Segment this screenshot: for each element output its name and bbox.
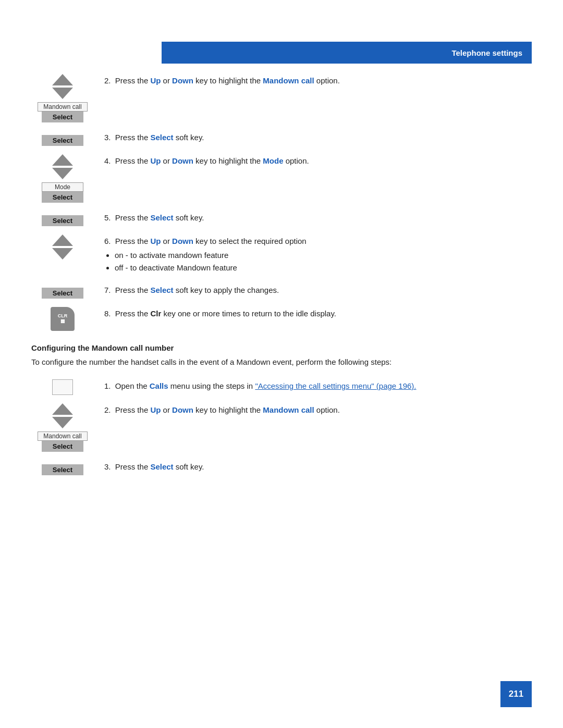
- down-key-s2-2: Down: [172, 405, 193, 414]
- softkey-select-7: Select: [42, 285, 83, 299]
- step-3-text: 3. Press the Select soft key.: [94, 130, 532, 144]
- s2-step-2-number: 2.: [104, 405, 115, 414]
- step-6-text: 6. Press the Up or Down key to select th…: [94, 233, 532, 275]
- arrow-up-icon: [52, 74, 73, 85]
- softkey-mode: Mode Select: [42, 182, 83, 203]
- softkey-select-button-4[interactable]: Select: [42, 192, 83, 203]
- down-key-label: Down: [172, 76, 193, 85]
- arrow-up-icon-6: [52, 235, 73, 246]
- header-bar: Telephone settings: [162, 42, 532, 64]
- s2-step-1-text: 1. Open the Calls menu using the steps i…: [94, 378, 532, 392]
- step-4-text: 4. Press the Up or Down key to highlight…: [94, 153, 532, 167]
- section-2-intro: To configure the number the handset call…: [31, 356, 532, 368]
- s2-step-1-row: 1. Open the Calls menu using the steps i…: [31, 378, 532, 395]
- softkey-mandown-call-label-s2: Mandown call: [38, 431, 87, 441]
- softkey-select-button-5[interactable]: Select: [42, 215, 83, 226]
- softkey-mode-label: Mode: [42, 182, 83, 192]
- clr-key-icon: CLR▦: [51, 307, 75, 331]
- mandown-call-option: Mandown call: [263, 76, 314, 85]
- step-6-icon-col: [31, 235, 94, 262]
- page-number-box: 211: [500, 681, 532, 707]
- step-4-row: Mode Select 4. Press the Up or Down key …: [31, 153, 532, 203]
- s2-step-1-number: 1.: [104, 381, 115, 390]
- mandown-call-s2-2: Mandown call: [263, 405, 314, 414]
- step-7-text: 7. Press the Select soft key to apply th…: [94, 282, 532, 297]
- arrow-down-icon-6: [52, 248, 73, 260]
- select-key-7: Select: [150, 286, 173, 294]
- step-5-icon-col: Select: [31, 211, 94, 226]
- step-2-row: Mandown call Select 2. Press the Up or D…: [31, 73, 532, 122]
- step-8-number: 8.: [104, 309, 115, 318]
- nav-arrows-icon: [52, 74, 73, 99]
- softkey-select-5: Select: [42, 212, 83, 226]
- section-2-heading: Configuring the Mandown call number: [31, 343, 532, 352]
- step-6-row: 6. Press the Up or Down key to select th…: [31, 233, 532, 275]
- arrow-down-icon-4: [52, 168, 73, 179]
- softkey-mandown-call-label: Mandown call: [38, 102, 87, 112]
- step-8-icon-col: CLR▦: [31, 307, 94, 331]
- step-7-number: 7.: [104, 286, 115, 294]
- step-3-number: 3.: [104, 133, 115, 142]
- softkey-mandown-call: Mandown call Select: [38, 102, 87, 122]
- mode-option: Mode: [263, 156, 283, 165]
- softkey-select-s2-3: Select: [42, 461, 83, 475]
- s2-step-2-icon-col: Mandown call Select: [31, 403, 94, 452]
- step-2-number: 2.: [104, 76, 115, 85]
- clr-label: Clr: [150, 309, 161, 318]
- nav-arrows-icon-6: [52, 235, 73, 260]
- up-key-label-6: Up: [150, 237, 161, 245]
- bullet-off: off - to deactivate Mandown feature: [115, 262, 532, 274]
- step-7-icon-col: Select: [31, 283, 94, 299]
- nav-arrows-icon-s2-2: [52, 403, 73, 428]
- arrow-up-icon-s2-2: [52, 403, 73, 415]
- select-key-s2-3: Select: [150, 462, 173, 471]
- softkey-select-button-7[interactable]: Select: [42, 288, 83, 299]
- s2-step-2-row: Mandown call Select 2. Press the Up or D…: [31, 402, 532, 452]
- nav-arrows-icon-4: [52, 154, 73, 179]
- step-8-text: 8. Press the Clr key one or more times t…: [94, 306, 532, 320]
- softkey-select-button-s2-2[interactable]: Select: [42, 441, 83, 452]
- step-4-icon-col: Mode Select: [31, 154, 94, 203]
- step-2-text: 2. Press the Up or Down key to highlight…: [94, 73, 532, 87]
- select-key-3: Select: [150, 133, 173, 142]
- step-7-row: Select 7. Press the Select soft key to a…: [31, 282, 532, 299]
- step-5-text: 5. Press the Select soft key.: [94, 210, 532, 224]
- s2-step-3-number: 3.: [104, 462, 115, 471]
- up-key-label: Up: [150, 76, 161, 85]
- arrow-down-icon: [52, 88, 73, 99]
- step-5-number: 5.: [104, 213, 115, 222]
- down-key-label-6: Down: [172, 237, 193, 245]
- softkey-select-button-3[interactable]: Select: [42, 135, 83, 146]
- up-key-s2-2: Up: [150, 405, 161, 414]
- softkey-select-3: Select: [42, 132, 83, 146]
- calls-menu-label: Calls: [150, 381, 168, 390]
- softkey-select-button[interactable]: Select: [42, 112, 83, 122]
- s2-step-1-icon-col: [31, 379, 94, 395]
- up-key-label-4: Up: [150, 156, 161, 165]
- arrow-down-icon-s2-2: [52, 417, 73, 428]
- phone-rect-icon: [52, 379, 73, 395]
- step-3-row: Select 3. Press the Select soft key.: [31, 130, 532, 146]
- bullet-on: on - to activate mandown feature: [115, 250, 532, 262]
- option-bullets: on - to activate mandown feature off - t…: [104, 250, 532, 274]
- step-4-number: 4.: [104, 156, 115, 165]
- step-2-icon-col: Mandown call Select: [31, 74, 94, 122]
- s2-step-3-text: 3. Press the Select soft key.: [94, 459, 532, 473]
- accessing-call-settings-link[interactable]: "Accessing the call settings menu" (page…: [255, 381, 416, 390]
- s2-step-3-icon-col: Select: [31, 460, 94, 475]
- arrow-up-icon-4: [52, 154, 73, 166]
- softkey-select-button-s2-3[interactable]: Select: [42, 464, 83, 475]
- step-3-icon-col: Select: [31, 131, 94, 146]
- s2-step-2-text: 2. Press the Up or Down key to highlight…: [94, 402, 532, 416]
- step-6-number: 6.: [104, 237, 115, 245]
- main-content: Mandown call Select 2. Press the Up or D…: [31, 73, 532, 483]
- s2-step-3-row: Select 3. Press the Select soft key.: [31, 459, 532, 475]
- page-number: 211: [509, 689, 523, 699]
- step-8-row: CLR▦ 8. Press the Clr key one or more ti…: [31, 306, 532, 331]
- step-5-row: Select 5. Press the Select soft key.: [31, 210, 532, 226]
- page-title: Telephone settings: [451, 48, 522, 57]
- clr-key-text: CLR▦: [58, 314, 68, 324]
- select-key-5: Select: [150, 213, 173, 222]
- down-key-label-4: Down: [172, 156, 193, 165]
- softkey-mandown-call-s2: Mandown call Select: [38, 431, 87, 452]
